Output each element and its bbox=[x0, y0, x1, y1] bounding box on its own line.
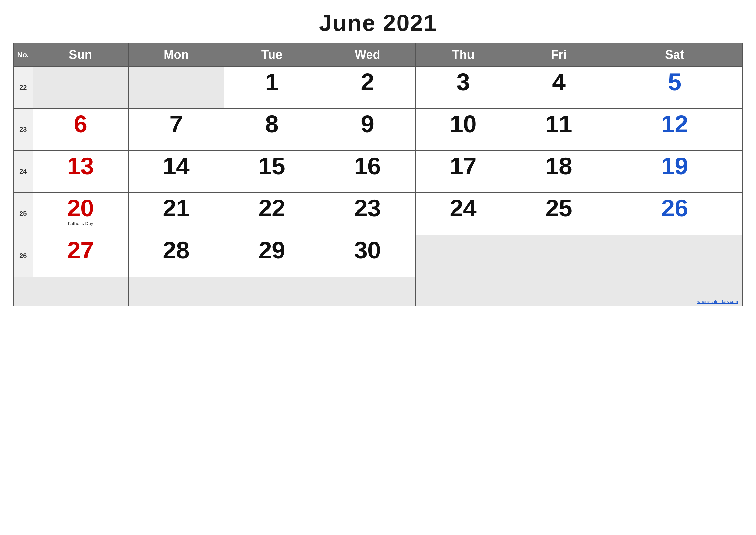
week-row: 2520Father's Day212223242526 bbox=[13, 193, 743, 235]
day-cell bbox=[415, 235, 511, 277]
day-number: 29 bbox=[228, 238, 316, 262]
day-cell bbox=[128, 67, 224, 109]
header-mon: Mon bbox=[128, 43, 224, 67]
day-cell: 8 bbox=[224, 109, 320, 151]
day-cell: 13 bbox=[33, 151, 128, 193]
week-row: 2212345 bbox=[13, 67, 743, 109]
day-cell: 21 bbox=[128, 193, 224, 235]
week-number: 24 bbox=[13, 151, 33, 193]
day-cell bbox=[33, 67, 128, 109]
day-number: 2 bbox=[323, 70, 412, 94]
day-cell: 30 bbox=[320, 235, 415, 277]
day-number: 21 bbox=[132, 196, 221, 220]
day-number: 23 bbox=[323, 196, 412, 220]
day-cell: 14 bbox=[128, 151, 224, 193]
day-cell: 5 bbox=[607, 67, 743, 109]
day-cell: 27 bbox=[33, 235, 128, 277]
day-number: 1 bbox=[228, 70, 316, 94]
day-cell: 12 bbox=[607, 109, 743, 151]
day-number: 17 bbox=[419, 154, 508, 178]
day-number: 9 bbox=[323, 112, 412, 136]
day-cell: 15 bbox=[224, 151, 320, 193]
day-number: 28 bbox=[132, 238, 221, 262]
day-number: 4 bbox=[515, 70, 604, 94]
day-cell bbox=[511, 235, 607, 277]
day-number: 7 bbox=[132, 112, 221, 136]
header-no: No. bbox=[13, 43, 33, 67]
day-cell: 22 bbox=[224, 193, 320, 235]
day-number: 20 bbox=[36, 196, 125, 220]
day-cell: 19 bbox=[607, 151, 743, 193]
day-cell: 24 bbox=[415, 193, 511, 235]
day-number: 11 bbox=[515, 112, 604, 136]
day-cell: 18 bbox=[511, 151, 607, 193]
week-number-empty bbox=[13, 277, 33, 306]
watermark-cell: wheniscalendars.com bbox=[607, 277, 743, 306]
calendar-title: June 2021 bbox=[319, 10, 437, 36]
day-cell: 4 bbox=[511, 67, 607, 109]
holiday-label: Father's Day bbox=[36, 221, 125, 226]
header-thu: Thu bbox=[415, 43, 511, 67]
day-number: 16 bbox=[323, 154, 412, 178]
week-row: 236789101112 bbox=[13, 109, 743, 151]
header-sun: Sun bbox=[33, 43, 128, 67]
day-cell: 7 bbox=[128, 109, 224, 151]
day-cell: 25 bbox=[511, 193, 607, 235]
watermark-text: wheniscalendars.com bbox=[697, 298, 740, 305]
empty-row: wheniscalendars.com bbox=[13, 277, 743, 306]
header-tue: Tue bbox=[224, 43, 320, 67]
day-number: 13 bbox=[36, 154, 125, 178]
day-cell: 2 bbox=[320, 67, 415, 109]
day-number: 25 bbox=[515, 196, 604, 220]
day-cell: 1 bbox=[224, 67, 320, 109]
day-cell: 17 bbox=[415, 151, 511, 193]
day-number: 24 bbox=[419, 196, 508, 220]
day-cell: 28 bbox=[128, 235, 224, 277]
day-number: 3 bbox=[419, 70, 508, 94]
day-cell: 26 bbox=[607, 193, 743, 235]
day-cell: 10 bbox=[415, 109, 511, 151]
day-number: 15 bbox=[228, 154, 316, 178]
day-cell-empty bbox=[320, 277, 415, 306]
week-number: 25 bbox=[13, 193, 33, 235]
calendar-table: No. Sun Mon Tue Wed Thu Fri Sat 22123452… bbox=[13, 43, 743, 306]
day-cell: 20Father's Day bbox=[33, 193, 128, 235]
day-number: 8 bbox=[228, 112, 316, 136]
day-number: 5 bbox=[610, 70, 740, 94]
day-cell: 16 bbox=[320, 151, 415, 193]
day-number: 27 bbox=[36, 238, 125, 262]
day-number: 14 bbox=[132, 154, 221, 178]
week-row: 2627282930 bbox=[13, 235, 743, 277]
day-cell-empty bbox=[415, 277, 511, 306]
day-cell: 9 bbox=[320, 109, 415, 151]
day-number: 19 bbox=[610, 154, 740, 178]
day-cell-empty bbox=[33, 277, 128, 306]
day-cell: 29 bbox=[224, 235, 320, 277]
day-cell: 3 bbox=[415, 67, 511, 109]
day-number: 18 bbox=[515, 154, 604, 178]
week-number: 26 bbox=[13, 235, 33, 277]
day-cell-empty bbox=[128, 277, 224, 306]
day-number: 6 bbox=[36, 112, 125, 136]
day-cell: 11 bbox=[511, 109, 607, 151]
day-cell-empty bbox=[224, 277, 320, 306]
header-row: No. Sun Mon Tue Wed Thu Fri Sat bbox=[13, 43, 743, 67]
day-number: 12 bbox=[610, 112, 740, 136]
week-number: 23 bbox=[13, 109, 33, 151]
header-sat: Sat bbox=[607, 43, 743, 67]
day-number: 30 bbox=[323, 238, 412, 262]
day-cell: 23 bbox=[320, 193, 415, 235]
header-wed: Wed bbox=[320, 43, 415, 67]
day-number: 22 bbox=[228, 196, 316, 220]
day-cell bbox=[607, 235, 743, 277]
day-number: 10 bbox=[419, 112, 508, 136]
week-row: 2413141516171819 bbox=[13, 151, 743, 193]
header-fri: Fri bbox=[511, 43, 607, 67]
day-cell: 6 bbox=[33, 109, 128, 151]
day-number: 26 bbox=[610, 196, 740, 220]
week-number: 22 bbox=[13, 67, 33, 109]
day-cell-empty bbox=[511, 277, 607, 306]
